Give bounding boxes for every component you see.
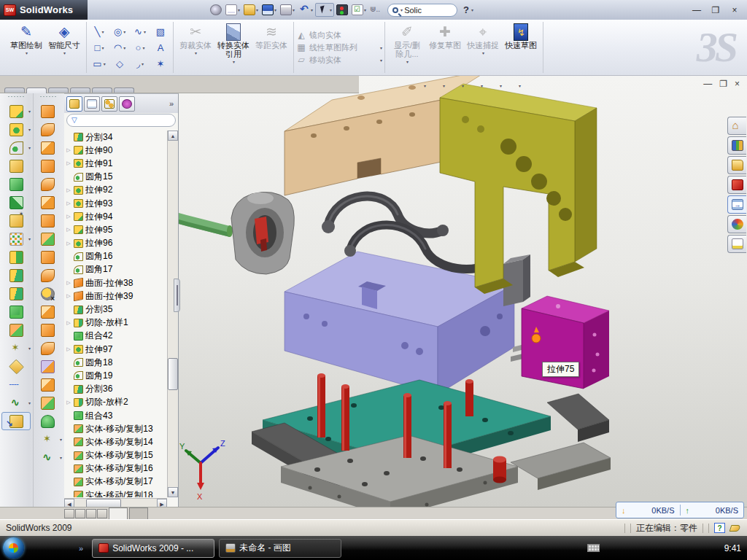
i-trim[interactable]: 剪裁实体 ▾ xyxy=(177,22,214,73)
expand-arrow-icon[interactable]: ▷ xyxy=(66,241,71,246)
sync-blue-red[interactable] xyxy=(705,543,715,553)
linear-pattern[interactable]: ▾ xyxy=(1,230,31,248)
panel-splitter-handle[interactable] xyxy=(174,279,180,312)
knit-surface[interactable] xyxy=(34,175,62,193)
appearances-scenes[interactable] xyxy=(727,215,746,233)
chevron-down-icon[interactable]: ▾ xyxy=(443,83,445,88)
menu-item[interactable] xyxy=(193,7,206,13)
chevron-down-icon[interactable]: ▾ xyxy=(104,61,106,66)
tab-nav-button[interactable] xyxy=(64,509,74,518)
chevron-down-icon[interactable]: ▾ xyxy=(406,59,409,64)
mid-surface[interactable] xyxy=(34,321,62,339)
i-mirror[interactable]: 镜向实体 xyxy=(296,30,382,41)
extruded-boss[interactable]: ▾ xyxy=(1,120,31,139)
undo[interactable]: ▾ xyxy=(297,4,314,16)
replace-face[interactable] xyxy=(34,376,62,394)
chevron-down-icon[interactable]: ▾ xyxy=(293,7,295,12)
chevron-down-icon[interactable]: ▾ xyxy=(123,45,125,50)
untrim-surface[interactable] xyxy=(34,357,62,376)
combine[interactable] xyxy=(1,303,31,321)
i-snap[interactable]: 快速捕捉 ▾ xyxy=(464,22,502,73)
chevron-down-icon[interactable]: ▾ xyxy=(400,7,403,12)
filled-surface[interactable] xyxy=(34,266,62,284)
t-move[interactable]: ▷ 实体-移动/复制17 xyxy=(66,475,166,489)
extend-surface[interactable] xyxy=(34,303,62,321)
model-connector-post-grey[interactable] xyxy=(503,254,530,306)
fillet[interactable]: ▾ xyxy=(1,139,31,157)
draft[interactable] xyxy=(1,193,31,211)
command-tab[interactable] xyxy=(26,88,47,93)
t-surf[interactable]: ▷ 曲面-拉伸38 xyxy=(66,276,166,289)
quick-launch-chevron[interactable]: » xyxy=(79,544,83,553)
doc-close-button[interactable]: × xyxy=(735,79,740,89)
scroll-down-icon[interactable]: ▼ xyxy=(168,487,178,497)
reference-point[interactable]: ▾ xyxy=(1,339,31,357)
sketch-entity-button[interactable]: ◎ ▾ xyxy=(109,23,130,39)
tab-nav-button[interactable] xyxy=(75,509,85,518)
chevron-down-icon[interactable]: ▾ xyxy=(238,7,240,12)
chevron-down-icon[interactable]: ▾ xyxy=(519,83,521,88)
browser-ball[interactable] xyxy=(47,542,58,553)
t-extb[interactable]: ▷ 拉伸97 xyxy=(66,343,166,356)
expand-arrow-icon[interactable]: ▷ xyxy=(66,227,71,233)
menu-item[interactable] xyxy=(112,7,125,13)
t-extb[interactable]: ▷ 拉伸92 xyxy=(66,184,166,197)
ime-keyboard-icon[interactable] xyxy=(587,544,600,552)
custom-properties[interactable] xyxy=(727,235,746,253)
start-button[interactable] xyxy=(3,537,24,559)
command-tab[interactable] xyxy=(48,88,69,93)
resources-home[interactable] xyxy=(727,117,746,135)
graphics-viewport[interactable]: Y Z X ▾ xyxy=(179,76,747,507)
sketch-entity-button[interactable]: A xyxy=(150,39,171,55)
sketch-entity-button[interactable]: ▧ xyxy=(150,23,171,39)
t-fillet[interactable]: ▷ 圆角16 xyxy=(66,250,166,263)
t-move[interactable]: ▷ 实体-移动/复制13 xyxy=(66,422,166,435)
lofted-surface[interactable] xyxy=(34,157,62,175)
tab-nav-button[interactable] xyxy=(97,509,107,518)
t-move[interactable]: ▷ 实体-移动/复制14 xyxy=(66,435,166,448)
chevron-down-icon[interactable]: ▾ xyxy=(195,50,197,55)
view-orientation[interactable]: ▾ xyxy=(410,79,426,91)
network-speed-widget[interactable]: ↓ 0KB/S ↑ 0KB/S xyxy=(616,502,744,518)
chevron-down-icon[interactable]: ▾ xyxy=(471,7,473,12)
extruded-cut[interactable]: ▾ xyxy=(1,102,31,120)
sketch-entity-button[interactable]: □ ▾ xyxy=(89,39,109,55)
split-body[interactable] xyxy=(1,284,31,303)
model-locating-block-grey[interactable] xyxy=(231,192,294,274)
t-split[interactable]: ▷ 分割35 xyxy=(66,303,166,316)
chevron-down-icon[interactable]: ▾ xyxy=(330,7,332,12)
command-tab[interactable] xyxy=(114,88,134,93)
chevron-down-icon[interactable]: ▾ xyxy=(274,7,276,12)
chevron-down-icon[interactable]: ▾ xyxy=(28,400,31,405)
ruled-surface[interactable] xyxy=(34,230,62,248)
chevron-down-icon[interactable]: ▾ xyxy=(123,29,125,34)
pin[interactable] xyxy=(209,4,223,16)
chevron-down-icon[interactable]: ▾ xyxy=(380,58,382,63)
warning-triangle[interactable] xyxy=(679,543,689,553)
sketch-entity-button[interactable]: ▭ ▾ xyxy=(89,55,109,71)
reference-axis[interactable] xyxy=(1,376,31,394)
boundary-surface[interactable] xyxy=(34,412,62,430)
planar-surface[interactable] xyxy=(34,211,62,230)
delete-face[interactable] xyxy=(34,284,62,303)
close-button[interactable]: × xyxy=(729,5,740,15)
sketch-entity-button[interactable]: ◠ ▾ xyxy=(109,39,130,55)
search-box[interactable]: ▾ Solic xyxy=(387,4,457,17)
more-tabs-chevron[interactable]: » xyxy=(169,99,176,108)
chevron-down-icon[interactable]: ▾ xyxy=(364,7,366,12)
curve[interactable]: ▾ xyxy=(1,394,31,412)
design-library[interactable] xyxy=(727,136,746,155)
i-rapid[interactable]: 快速草图 xyxy=(502,22,540,73)
command-tab[interactable] xyxy=(70,88,90,93)
chevron-down-icon[interactable]: ▾ xyxy=(28,346,31,351)
thicken[interactable] xyxy=(34,248,62,266)
edit-appearance[interactable]: ▾ xyxy=(467,79,483,91)
trim-surface[interactable] xyxy=(34,139,62,157)
t-fillet[interactable]: ▷ 圆角17 xyxy=(66,263,166,276)
expand-arrow-icon[interactable]: ▷ xyxy=(66,346,71,352)
command-tab[interactable] xyxy=(92,88,112,93)
save[interactable]: ▾ xyxy=(260,4,278,16)
menu-item[interactable] xyxy=(96,7,109,13)
chevron-down-icon[interactable]: ▾ xyxy=(28,145,31,150)
t-surf[interactable]: ▷ 曲面-拉伸39 xyxy=(66,289,166,303)
